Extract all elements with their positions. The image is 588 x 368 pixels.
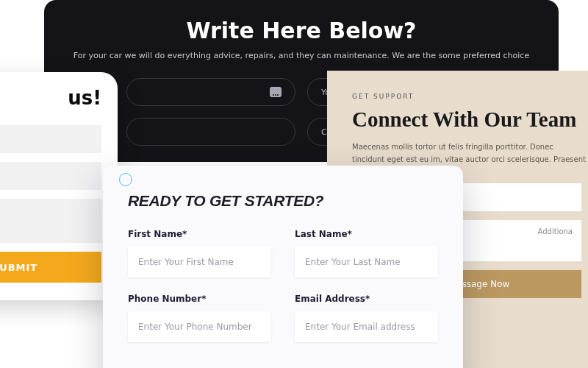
card1-input-keyboard[interactable] (126, 78, 295, 106)
phone-group: Phone Number* Enter Your Phone Number (128, 294, 271, 342)
last-name-group: Last Name* Enter Your Last Name (295, 229, 438, 277)
first-name-placeholder: Enter Your First Name (138, 257, 234, 267)
notes-placeholder: Additiona (538, 227, 573, 236)
phone-input[interactable]: Enter Your Phone Number (128, 311, 271, 342)
email-group: Email Address* Enter Your Email address (295, 294, 438, 342)
message-input[interactable]: MESSAGE (0, 199, 101, 243)
card3-eyebrow: GET SUPPORT (352, 93, 588, 100)
last-name-placeholder: Enter Your Last Name (305, 257, 401, 267)
card3-title: Connect With Our Team (352, 107, 588, 132)
first-name-label: First Name* (128, 229, 271, 239)
get-started-card: Ready to Get Started? First Name* Enter … (103, 166, 463, 368)
submit-button[interactable]: SUBMIT (0, 252, 101, 283)
card1-subtitle: For your car we will do everything advic… (59, 51, 544, 60)
card4-form-grid: First Name* Enter Your First Name Last N… (128, 229, 438, 342)
email-input[interactable]: Enter Your Email address (295, 311, 438, 342)
simple-contact-card: us! NAME MAIL MESSAGE SUBMIT (0, 72, 118, 300)
keyboard-icon (270, 87, 282, 97)
first-name-group: First Name* Enter Your First Name (128, 229, 271, 277)
card2-title: us! (0, 87, 101, 109)
email-label: Email Address* (295, 294, 438, 304)
phone-label: Phone Number* (128, 294, 271, 304)
last-name-input[interactable]: Enter Your Last Name (295, 247, 438, 277)
phone-placeholder: Enter Your Phone Number (138, 322, 252, 332)
mail-input[interactable]: MAIL (0, 162, 101, 190)
last-name-label: Last Name* (295, 229, 438, 239)
card3-text: Maecenas mollis tortor ut felis fringill… (352, 141, 588, 166)
first-name-input[interactable]: Enter Your First Name (128, 247, 271, 277)
close-button[interactable] (119, 173, 132, 186)
card1-title: Write Here Below? (59, 18, 544, 43)
name-input[interactable]: NAME (0, 125, 101, 153)
card4-title: Ready to Get Started? (128, 192, 438, 210)
card1-input-empty[interactable] (126, 118, 295, 146)
email-placeholder: Enter Your Email address (305, 322, 415, 332)
submit-label: SUBMIT (0, 262, 37, 273)
